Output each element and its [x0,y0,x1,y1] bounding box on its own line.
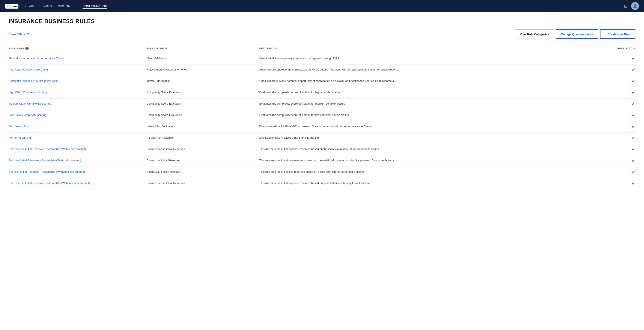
rule-name-link[interactable]: Auto Approve Automobile Claim [8,68,48,71]
rule-name-link[interactable]: Mandatory Information for Automobile Cla… [8,56,64,60]
status-check-icon: ✔ [632,170,634,174]
appian-logo-text: appian [5,4,18,8]
rule-name-link[interactable]: For no Hit-and-Run [8,136,32,139]
cell-rule-category: Hit-and-Run Validation [146,121,259,133]
cell-rule-name: Automatic Initiation of Subrogation Case [8,76,146,87]
rule-name-link[interactable]: Set Loss Initial Reserves - Automobile (… [8,170,85,173]
cell-description: Directs Workflow for Hit-and-Run cases i… [260,121,598,133]
status-check-icon: ✔ [632,136,634,140]
cell-rule-name: High Claim Complexity Scoring [8,87,146,99]
grid-icon[interactable]: ⊞ [624,3,628,8]
table-row: Medium Claim Complexity Scoring Complexi… [8,99,636,110]
cell-rule-name: For no Hit-and-Run [8,133,146,144]
table-row: Mandatory Information for Automobile Cla… [8,53,636,64]
rule-name-link[interactable]: Medium Claim Complexity Scoring [8,102,51,105]
cell-rule-name: Mandatory Information for Automobile Cla… [8,53,146,64]
cell-rule-status: ✔ [598,155,636,167]
cell-description: Evaluates the complexity score of a clai… [260,99,598,110]
status-check-icon: ✔ [632,182,634,185]
rule-name-link[interactable]: Low Claim Complexity Scoring [8,113,46,117]
cell-rule-name: Set Loss Initial Reserves - Automobile (… [8,167,146,178]
manage-questionnaires-button[interactable]: Manage Questionnaires [556,29,598,39]
cell-rule-status: ✔ [598,64,636,76]
show-filters-link[interactable]: Show Filters ▼ [8,32,29,36]
cell-rule-status: ✔ [598,99,636,110]
create-rule-button[interactable]: + Create New Rule [600,29,636,39]
cell-rule-name: Set Loss Initial Reserves - Automobile (… [8,155,146,167]
status-check-icon: ✔ [632,114,634,117]
rule-name-info-icon[interactable]: ? [25,47,29,50]
status-check-icon: ✔ [632,102,634,106]
cell-description: Evaluates the complexity score of a clai… [260,87,598,99]
rule-name-link[interactable]: Set Expense Initial Reserves - Automobil… [8,147,86,151]
table-row: Auto Approve Automobile Claim Reject/App… [8,64,636,76]
cell-rule-status: ✔ [598,167,636,178]
toolbar: Show Filters ▼ View Rule Categories Mana… [8,29,636,39]
cell-rule-category: Claim Expense Initial Reserves [146,178,259,189]
nav-link-customers[interactable]: CUSTOMERS [58,4,76,8]
view-categories-button[interactable]: View Rule Categories [515,29,554,39]
col-header-rule-name: RULE NAME ? [8,44,146,53]
table-row: For no Hit-and-Run Hit-and-Run Validatio… [8,133,636,144]
cell-rule-name: Low Claim Complexity Scoring [8,110,146,121]
status-check-icon: ✔ [632,57,634,60]
rule-name-link[interactable]: Set Expense Initial Reserves - Automobil… [8,182,90,185]
table-row: Set Loss Initial Reserves - Automobile (… [8,167,636,178]
cell-rule-status: ✔ [598,144,636,155]
rules-table: RULE NAME ? RULE CATEGORY DESCRIPTION RU… [8,44,636,189]
cell-rule-name: Set Expense Initial Reserves - Automobil… [8,144,146,155]
col-header-rule-status: RULE STATUS [598,44,636,53]
cell-description: Automatically approve the claim based on… [260,64,598,76]
page-content: INSURANCE BUSINESS RULES Show Filters ▼ … [0,12,644,198]
cell-description: Checks if there is any potential opportu… [260,76,598,87]
cell-rule-status: ✔ [598,178,636,189]
table-row: Set Expense Initial Reserves - Automobil… [8,178,636,189]
col-header-description: DESCRIPTION [260,44,598,53]
cell-description: This rule sets the initial expense reser… [260,144,598,155]
cell-rule-category: Complexity Score Evaluation [146,99,259,110]
avatar[interactable]: 👤 [631,2,639,10]
cell-rule-status: ✔ [598,110,636,121]
rule-name-link[interactable]: Set Loss Initial Reserves - Automobile (… [8,159,81,162]
col-header-rule-category: RULE CATEGORY [146,44,259,53]
table-header-row: RULE NAME ? RULE CATEGORY DESCRIPTION RU… [8,44,636,53]
nav-links: CLAIMS TASKS CUSTOMERS CONFIGURATION [25,4,617,8]
table-row: High Claim Complexity Scoring Complexity… [8,87,636,99]
table-row: Set Loss Initial Reserves - Automobile (… [8,155,636,167]
cell-rule-category: Initiate Subrogation [146,76,259,87]
rule-name-link[interactable]: For Hit-and-Run [8,125,28,128]
cell-rule-name: Auto Approve Automobile Claim [8,64,146,76]
cell-rule-name: Medium Claim Complexity Scoring [8,99,146,110]
status-check-icon: ✔ [632,68,634,72]
nav-link-tasks[interactable]: TASKS [42,4,52,8]
rule-name-link[interactable]: Automatic Initiation of Subrogation Case [8,79,58,82]
status-check-icon: ✔ [632,91,634,94]
status-check-icon: ✔ [632,79,634,83]
cell-description: This rule sets the initial expense reser… [260,178,598,189]
cell-rule-status: ✔ [598,133,636,144]
cell-description: Checks if all the necessary information … [260,53,598,64]
table-row: Low Claim Complexity Scoring Complexity … [8,110,636,121]
cell-rule-category: Complexity Score Evaluation [146,87,259,99]
cell-rule-status: ✔ [598,87,636,99]
cell-rule-category: FNoL Validation [146,53,259,64]
cell-rule-category: Complexity Score Evaluation [146,110,259,121]
cell-rule-name: For Hit-and-Run [8,121,146,133]
nav-right: ⊞ 👤 [624,2,639,10]
cell-rule-name: Set Expense Initial Reserves - Automobil… [8,178,146,189]
cell-description: Evaluates the complexity score of a clai… [260,110,598,121]
table-row: Automatic Initiation of Subrogation Case… [8,76,636,87]
filter-icon: ▼ [26,32,29,36]
table-row: For Hit-and-Run Hit-and-Run Validation D… [8,121,636,133]
status-check-icon: ✔ [632,125,634,129]
nav-link-configuration[interactable]: CONFIGURATION [82,4,107,8]
cell-rule-category: Reject/Approve Claim after FNoL [146,64,259,76]
status-check-icon: ✔ [632,159,634,163]
cell-rule-status: ✔ [598,121,636,133]
cell-rule-category: Claim Expense Initial Reserves [146,144,259,155]
appian-logo[interactable]: appian [5,4,18,8]
cell-rule-category: Hit-and-Run Validation [146,133,259,144]
cell-rule-status: ✔ [598,76,636,87]
nav-link-claims[interactable]: CLAIMS [25,4,36,8]
rule-name-link[interactable]: High Claim Complexity Scoring [8,91,47,94]
